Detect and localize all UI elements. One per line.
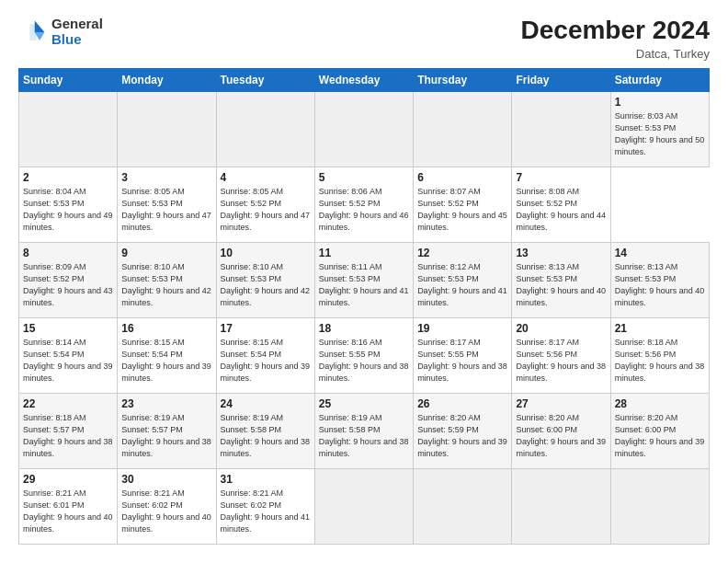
table-row: 2Sunrise: 8:04 AMSunset: 5:53 PMDaylight… [19,167,118,242]
calendar-week-4: 22Sunrise: 8:18 AMSunset: 5:57 PMDayligh… [19,393,710,468]
location: Datca, Turkey [521,47,710,61]
table-row: 6Sunrise: 8:07 AMSunset: 5:52 PMDaylight… [414,167,512,242]
col-tuesday: Tuesday [216,68,314,91]
empty-cell [118,91,216,167]
table-row: 11Sunrise: 8:11 AMSunset: 5:53 PMDayligh… [314,242,413,317]
calendar-week-5: 29Sunrise: 8:21 AMSunset: 6:01 PMDayligh… [19,468,710,544]
table-row: 5Sunrise: 8:06 AMSunset: 5:52 PMDaylight… [314,167,413,242]
logo-text: General Blue [51,17,103,47]
col-friday: Friday [512,68,610,91]
empty-cell [19,91,118,167]
empty-cell [512,91,610,167]
table-row: 30Sunrise: 8:21 AMSunset: 6:02 PMDayligh… [118,468,216,544]
table-row: 28Sunrise: 8:20 AMSunset: 6:00 PMDayligh… [610,393,709,468]
calendar-page: General Blue December 2024 Datca, Turkey… [0,0,728,563]
calendar-week-0: 1Sunrise: 8:03 AMSunset: 5:53 PMDaylight… [19,91,710,167]
table-row: 12Sunrise: 8:12 AMSunset: 5:53 PMDayligh… [414,242,512,317]
table-row: 13Sunrise: 8:13 AMSunset: 5:53 PMDayligh… [512,242,610,317]
col-wednesday: Wednesday [314,68,413,91]
table-row: 23Sunrise: 8:19 AMSunset: 5:57 PMDayligh… [118,393,216,468]
header: General Blue December 2024 Datca, Turkey [18,17,710,61]
table-row: 9Sunrise: 8:10 AMSunset: 5:53 PMDaylight… [118,242,216,317]
calendar-week-3: 15Sunrise: 8:14 AMSunset: 5:54 PMDayligh… [19,317,710,393]
empty-cell [414,91,512,167]
table-row [314,468,413,544]
table-row [414,468,512,544]
table-row: 10Sunrise: 8:10 AMSunset: 5:53 PMDayligh… [216,242,314,317]
table-row: 3Sunrise: 8:05 AMSunset: 5:53 PMDaylight… [118,167,216,242]
table-row: 7Sunrise: 8:08 AMSunset: 5:52 PMDaylight… [512,167,610,242]
empty-cell [216,91,314,167]
header-row: Sunday Monday Tuesday Wednesday Thursday… [19,68,710,91]
table-row: 16Sunrise: 8:15 AMSunset: 5:54 PMDayligh… [118,317,216,393]
month-title: December 2024 [521,17,710,45]
svg-marker-2 [29,24,36,40]
table-row: 21Sunrise: 8:18 AMSunset: 5:56 PMDayligh… [610,317,709,393]
table-row: 17Sunrise: 8:15 AMSunset: 5:54 PMDayligh… [216,317,314,393]
col-sunday: Sunday [19,68,118,91]
table-row: 4Sunrise: 8:05 AMSunset: 5:52 PMDaylight… [216,167,314,242]
logo-blue: Blue [51,32,103,48]
logo-general: General [51,17,103,32]
table-row: 31Sunrise: 8:21 AMSunset: 6:02 PMDayligh… [216,468,314,544]
logo-icon [18,17,48,47]
calendar-header: Sunday Monday Tuesday Wednesday Thursday… [19,68,710,91]
col-monday: Monday [118,68,216,91]
table-row: 8Sunrise: 8:09 AMSunset: 5:52 PMDaylight… [19,242,118,317]
table-row: 27Sunrise: 8:20 AMSunset: 6:00 PMDayligh… [512,393,610,468]
empty-cell [314,91,413,167]
calendar-week-1: 2Sunrise: 8:04 AMSunset: 5:53 PMDaylight… [19,167,710,242]
table-row: 19Sunrise: 8:17 AMSunset: 5:55 PMDayligh… [414,317,512,393]
calendar-table: Sunday Monday Tuesday Wednesday Thursday… [18,68,710,545]
table-row: 29Sunrise: 8:21 AMSunset: 6:01 PMDayligh… [19,468,118,544]
table-row: 18Sunrise: 8:16 AMSunset: 5:55 PMDayligh… [314,317,413,393]
table-row: 25Sunrise: 8:19 AMSunset: 5:58 PMDayligh… [314,393,413,468]
table-row: 24Sunrise: 8:19 AMSunset: 5:58 PMDayligh… [216,393,314,468]
title-block: December 2024 Datca, Turkey [521,17,710,61]
table-row: 26Sunrise: 8:20 AMSunset: 5:59 PMDayligh… [414,393,512,468]
col-thursday: Thursday [414,68,512,91]
calendar-body: 1Sunrise: 8:03 AMSunset: 5:53 PMDaylight… [19,91,710,544]
table-row: 14Sunrise: 8:13 AMSunset: 5:53 PMDayligh… [610,242,709,317]
table-row: 15Sunrise: 8:14 AMSunset: 5:54 PMDayligh… [19,317,118,393]
logo: General Blue [18,17,103,47]
table-row: 22Sunrise: 8:18 AMSunset: 5:57 PMDayligh… [19,393,118,468]
calendar-week-2: 8Sunrise: 8:09 AMSunset: 5:52 PMDaylight… [19,242,710,317]
col-saturday: Saturday [610,68,709,91]
table-row: 20Sunrise: 8:17 AMSunset: 5:56 PMDayligh… [512,317,610,393]
table-row [610,468,709,544]
table-row: 1Sunrise: 8:03 AMSunset: 5:53 PMDaylight… [610,91,709,167]
table-row [512,468,610,544]
